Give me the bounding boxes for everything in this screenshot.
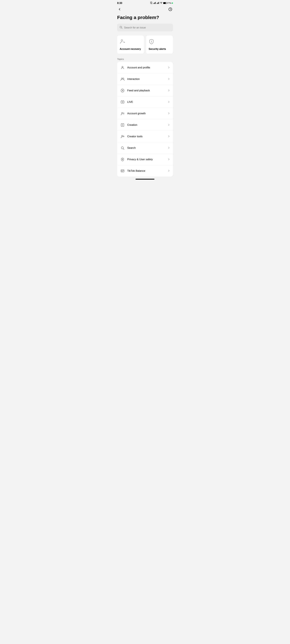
- status-bar: 8:30: [114, 0, 176, 6]
- search-bar[interactable]: [117, 24, 173, 32]
- svg-line-12: [122, 28, 122, 28]
- security-alerts-icon: [148, 39, 170, 46]
- chevron-creator-tools: [168, 135, 170, 138]
- svg-rect-4: [156, 2, 156, 4]
- account-recovery-label: Account recovery: [120, 48, 142, 50]
- svg-point-9: [161, 4, 161, 4]
- interaction-icon: [120, 76, 125, 82]
- chevron-account-profile: [168, 66, 170, 69]
- account-profile-icon: [120, 65, 125, 70]
- page-title: Facing a problem?: [117, 14, 173, 20]
- battery-fill: [164, 2, 166, 4]
- topic-label-privacy-safety: Privacy & User safety: [127, 158, 168, 161]
- topics-section-label: Topics: [117, 58, 173, 60]
- main-content: Facing a problem? Acco: [114, 14, 176, 176]
- svg-rect-3: [155, 2, 155, 4]
- svg-rect-7: [158, 2, 158, 4]
- topic-label-tiktok-balance: TikTok Balance: [127, 169, 168, 172]
- svg-point-13: [121, 40, 123, 41]
- svg-point-17: [121, 78, 122, 79]
- account-recovery-card[interactable]: Account recovery: [117, 36, 144, 54]
- svg-rect-2: [154, 3, 154, 4]
- chevron-account-growth: [168, 112, 170, 115]
- svg-line-34: [123, 149, 124, 150]
- svg-rect-38: [122, 171, 122, 172]
- history-button[interactable]: [168, 7, 173, 13]
- chevron-feed-playback: [168, 89, 170, 92]
- topic-item-privacy-safety[interactable]: Privacy & User safety: [117, 154, 173, 165]
- svg-point-16: [122, 66, 123, 68]
- privacy-safety-icon: [120, 157, 125, 162]
- topic-label-live: LIVE: [127, 100, 168, 104]
- chevron-creation: [168, 124, 170, 126]
- svg-rect-6: [158, 3, 158, 4]
- search-input[interactable]: [124, 26, 171, 29]
- topic-item-account-profile[interactable]: Account and profile: [117, 62, 173, 74]
- battery-indicator: 77%: [163, 2, 173, 4]
- svg-point-25: [122, 112, 123, 114]
- tiktok-balance-icon: [120, 168, 125, 174]
- status-icons: 77%: [150, 2, 173, 4]
- svg-rect-36: [121, 170, 124, 172]
- back-button[interactable]: [117, 7, 122, 12]
- search-topic-icon: [120, 146, 125, 150]
- svg-marker-22: [122, 102, 123, 102]
- mute-icon: [150, 2, 152, 4]
- topic-item-interaction[interactable]: Interaction: [117, 74, 173, 85]
- battery-bar: [163, 2, 167, 4]
- security-alerts-label: Security alerts: [148, 48, 170, 50]
- account-growth-icon: [120, 111, 125, 116]
- topic-item-account-growth[interactable]: Account growth: [117, 108, 173, 119]
- svg-rect-1: [154, 3, 154, 4]
- topic-item-creator-tools[interactable]: Creator tools: [117, 131, 173, 142]
- topic-item-tiktok-balance[interactable]: TikTok Balance: [117, 165, 173, 176]
- topic-item-creation[interactable]: Creation: [117, 119, 173, 131]
- nav-bar: [114, 6, 176, 14]
- topic-label-interaction: Interaction: [127, 78, 168, 81]
- chevron-live: [168, 101, 170, 104]
- topic-item-search[interactable]: Search: [117, 142, 173, 154]
- signal-icon-1: [153, 2, 156, 4]
- svg-rect-5: [157, 3, 157, 4]
- topic-label-search: Search: [127, 146, 168, 150]
- live-icon: [120, 100, 125, 104]
- feed-playback-icon: [120, 88, 125, 93]
- status-time: 8:30: [117, 2, 122, 4]
- security-alerts-card[interactable]: Security alerts: [146, 36, 173, 54]
- wifi-icon: [160, 2, 162, 4]
- topic-item-feed-playback[interactable]: Feed and playback: [117, 85, 173, 96]
- home-indicator: [136, 179, 154, 180]
- topic-label-creator-tools: Creator tools: [127, 135, 168, 138]
- topic-label-creation: Creation: [127, 124, 168, 126]
- battery-dot: [172, 2, 173, 4]
- topic-label-account-growth: Account growth: [127, 112, 168, 115]
- search-icon: [119, 26, 122, 30]
- svg-marker-31: [123, 136, 124, 137]
- svg-rect-8: [159, 2, 159, 4]
- signal-icon-2: [157, 2, 159, 4]
- account-recovery-icon: [120, 39, 142, 46]
- svg-marker-20: [122, 90, 124, 91]
- svg-point-30: [122, 135, 123, 137]
- topic-label-feed-playback: Feed and playback: [127, 89, 168, 92]
- creation-icon: [120, 122, 125, 128]
- chevron-search: [168, 147, 170, 149]
- svg-rect-39: [122, 171, 123, 172]
- battery-percent: 77%: [167, 2, 171, 4]
- topics-list: Account and profile Interaction: [117, 62, 173, 176]
- topic-item-live[interactable]: LIVE: [117, 96, 173, 108]
- topic-label-account-profile: Account and profile: [127, 66, 168, 69]
- svg-point-15: [151, 42, 152, 43]
- creator-tools-icon: [120, 134, 125, 139]
- chevron-privacy-safety: [168, 158, 170, 161]
- svg-point-18: [123, 78, 124, 79]
- chevron-tiktok-balance: [168, 170, 170, 172]
- quick-cards: Account recovery Security alerts: [117, 36, 173, 54]
- chevron-interaction: [168, 78, 170, 80]
